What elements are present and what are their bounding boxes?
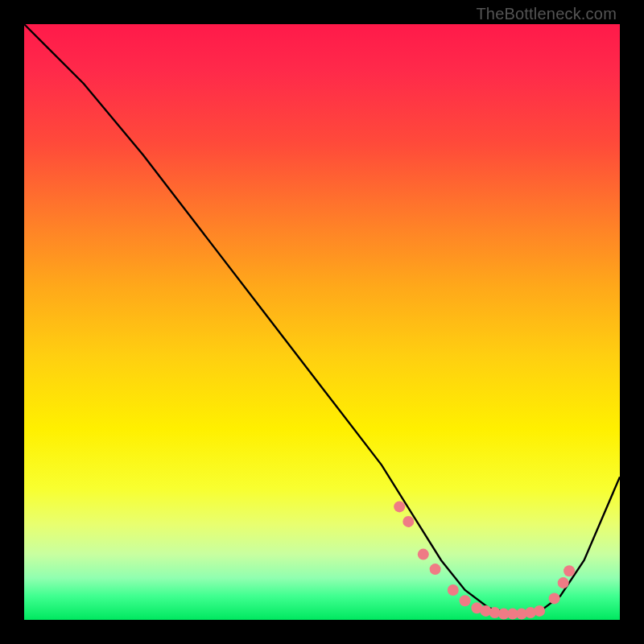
data-point (394, 501, 405, 512)
data-point (558, 577, 569, 588)
bottleneck-curve (24, 24, 620, 614)
data-point (418, 549, 429, 560)
data-point (549, 592, 560, 604)
data-point (460, 595, 471, 606)
highlight-points (394, 501, 575, 619)
data-point (564, 565, 575, 576)
data-point (448, 584, 459, 596)
chart-svg (24, 24, 620, 620)
chart-stage: TheBottleneck.com (0, 0, 644, 644)
plot-area (24, 24, 620, 620)
data-point (430, 564, 441, 575)
data-point (534, 605, 545, 617)
data-point (402, 516, 414, 527)
watermark-text: TheBottleneck.com (476, 5, 617, 23)
